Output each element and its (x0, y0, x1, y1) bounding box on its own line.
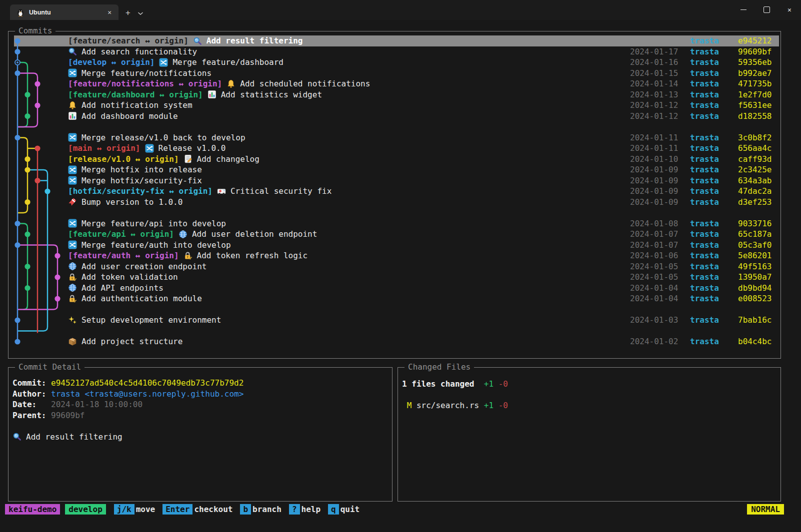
new-tab-button[interactable]: + (126, 8, 130, 17)
commit-subject: Critical security fix (230, 186, 332, 196)
window-controls: ✕ (732, 0, 801, 19)
commit-date: 2024-01-05 (630, 272, 678, 282)
commit-row[interactable]: Add token validation2024-01-05trasta1395… (14, 272, 779, 283)
commit-row[interactable]: Merge feature/notifications2024-01-15tra… (14, 68, 779, 79)
commit-subject: Add user deletion endpoint (192, 229, 317, 239)
changed-files-body: 1 files changed +1 -0 M src/search.rs +1… (398, 368, 780, 411)
commit-row[interactable]: Merge hotfix/security-fix2024-01-09trast… (14, 175, 779, 186)
commit-date: 2024-01-03 (630, 315, 678, 325)
commit-row[interactable]: [release/v1.0 ↔ origin]Add changelog2024… (14, 154, 779, 165)
commit-message-cell: Merge feature/api into develop (68, 219, 630, 228)
maximize-button[interactable] (755, 0, 778, 19)
commit-date: 2024-01-15 (630, 68, 678, 78)
changed-file-row[interactable]: M src/search.rs +1 -0 (402, 400, 780, 411)
commit-date: 2024-01-09 (630, 176, 678, 185)
commit-message-cell: [main ↔ origin]Release v1.0.0 (68, 143, 630, 153)
commit-author: trasta (690, 47, 719, 56)
commit-date: 2024-01-08 (630, 219, 678, 228)
commit-row[interactable]: [feature/auth ↔ origin]Add token refresh… (14, 250, 779, 261)
key-hint: j/kmove (114, 504, 155, 515)
commit-author: trasta (690, 197, 719, 207)
commit-row[interactable]: Merge hotfix into release2024-01-09trast… (14, 164, 779, 175)
commit-row[interactable]: [develop ↔ origin]Merge feature/dashboar… (14, 57, 779, 68)
file-additions: +1 (484, 401, 494, 410)
commit-row[interactable]: Merge feature/auth into develop2024-01-0… (14, 240, 779, 251)
commit-subject: Add authentication module (82, 294, 202, 303)
commit-subject: Add token refresh logic (197, 251, 308, 260)
merge-icon (68, 219, 77, 228)
commit-hash: 9033716 (738, 219, 779, 228)
commit-author: trasta (690, 229, 719, 239)
file-path: src/search.rs (416, 401, 479, 410)
commit-row[interactable]: Bump version to 1.0.02024-01-09trastad3e… (14, 197, 779, 208)
lock-icon (68, 273, 77, 282)
commit-row[interactable]: Add user creation endpoint2024-01-05tras… (14, 261, 779, 272)
commit-row[interactable]: [feature/api ↔ origin]Add user deletion … (14, 229, 779, 240)
sparkles-icon (68, 316, 77, 325)
commit-hash: 47dac2a (738, 186, 779, 196)
commit-row[interactable]: Merge release/v1.0 back to develop2024-0… (14, 132, 779, 143)
commit-date: 2024-01-09 (630, 186, 678, 196)
deletions-count: -0 (498, 379, 508, 389)
titlebar: Ubuntu ✕ + ✕ (0, 0, 801, 20)
commit-subject: Bump version to 1.0.0 (82, 197, 182, 207)
tab-dropdown-icon[interactable] (138, 8, 144, 17)
commit-date: 2024-01-13 (630, 90, 678, 99)
commit-message: Add result filtering (12, 432, 392, 443)
commit-row[interactable]: [feature/search ↔ origin]Add result filt… (14, 35, 779, 46)
commit-message-text: Add result filtering (26, 432, 122, 443)
detail-field-label: Parent: (12, 410, 51, 421)
commit-row[interactable]: Merge feature/api into develop2024-01-08… (14, 218, 779, 229)
key-hint-key: Enter (162, 504, 192, 515)
commit-row[interactable]: Add search functionality2024-01-17trasta… (14, 46, 779, 57)
commit-row[interactable]: [hotfix/security-fix ↔ origin]Critical s… (14, 186, 779, 197)
detail-field-value: 2024-01-18 10:00:00 (51, 399, 142, 410)
commit-row[interactable]: Add API endpoints2024-01-04trastadb9bd94 (14, 283, 779, 294)
commit-hash: d182558 (738, 111, 779, 121)
commit-author: trasta (690, 272, 719, 282)
detail-field: Commit:e9452127ad540c4c5d4106c7049edb73c… (12, 378, 392, 389)
commit-author: trasta (690, 68, 719, 78)
commit-author: trasta (690, 186, 719, 196)
minimize-button[interactable] (732, 0, 755, 19)
additions-count: +1 (484, 379, 494, 389)
commit-row[interactable]: [feature/dashboard ↔ origin]Add statisti… (14, 89, 779, 100)
commit-subject: Add user creation endpoint (82, 262, 206, 271)
commit-row[interactable]: [main ↔ origin]Release v1.0.02024-01-11t… (14, 143, 779, 154)
commit-subject: Add scheduled notifications (240, 79, 370, 88)
commit-date: 2024-01-07 (630, 229, 678, 239)
commit-row[interactable]: [feature/notifications ↔ origin]Add sche… (14, 78, 779, 89)
commit-hash: 49f5163 (738, 262, 779, 271)
commit-row[interactable]: Add dashboard module2024-01-12trastad182… (14, 111, 779, 122)
merge-icon (159, 58, 168, 67)
globe-icon (68, 283, 77, 292)
changed-files-panel-title: Changed Files (404, 362, 474, 372)
key-hint: qquit (328, 504, 360, 515)
commit-row[interactable]: Add project structure2024-01-02trastab04… (14, 336, 779, 347)
key-hint-key: ? (289, 504, 300, 515)
commit-subject: Merge hotfix/security-fix (82, 176, 202, 185)
commit-date: 2024-01-16 (630, 57, 678, 67)
terminal-window: Ubuntu ✕ + ✕ Commits [feature/search ↔ o… (0, 0, 801, 532)
tab-title: Ubuntu (29, 9, 104, 16)
commit-date: 2024-01-14 (630, 79, 678, 88)
commit-author: trasta (690, 79, 719, 88)
close-button[interactable]: ✕ (778, 0, 801, 19)
detail-field-label: Commit: (12, 378, 51, 389)
branch-ref-label: [feature/dashboard ↔ origin] (68, 90, 203, 99)
tab-close-icon[interactable]: ✕ (104, 8, 114, 16)
commit-author: trasta (690, 100, 719, 110)
commit-message-cell: [feature/search ↔ origin]Add result filt… (68, 36, 630, 45)
commit-message-cell: Add notification system (68, 100, 630, 110)
key-hint: Entercheckout (162, 504, 232, 515)
commit-row[interactable]: Setup development environment2024-01-03t… (14, 315, 779, 326)
commit-row[interactable]: Add notification system2024-01-12trastaf… (14, 100, 779, 111)
commit-message-cell: Add API endpoints (68, 283, 630, 293)
commit-hash: f5631ee (738, 100, 779, 110)
tab-ubuntu[interactable]: Ubuntu ✕ (10, 4, 118, 20)
commit-subject: Add dashboard module (82, 111, 178, 121)
commit-subject: Setup development environment (82, 315, 221, 325)
commit-row[interactable]: Add authentication module2024-01-04trast… (14, 293, 779, 304)
commit-hash: 13950a7 (738, 272, 779, 282)
commit-date: 2024-01-06 (630, 251, 678, 260)
